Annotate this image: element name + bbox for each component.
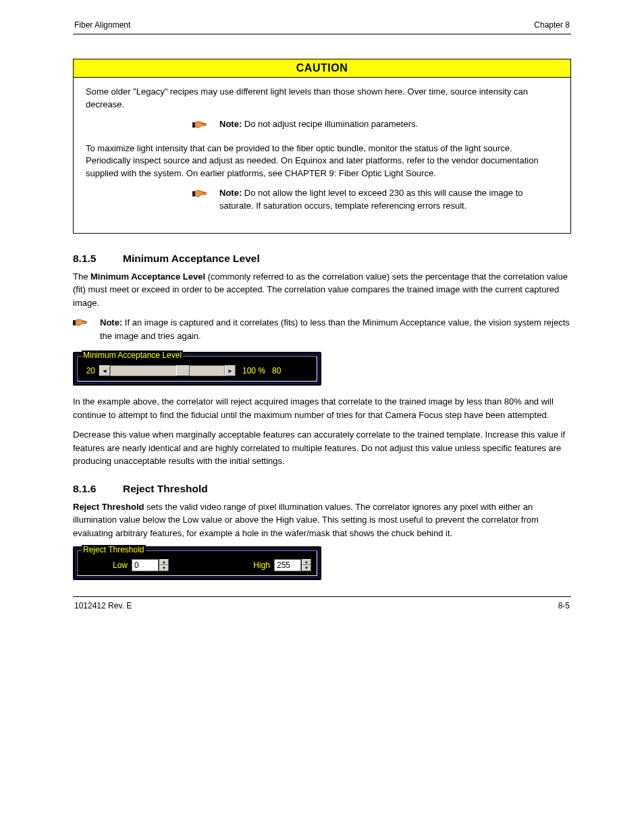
mal-track[interactable] [110, 365, 225, 376]
rt-legend: Reject Threshold [82, 545, 146, 554]
section-title-text: Reject Threshold [123, 483, 208, 495]
header-right: Chapter 8 [534, 20, 570, 30]
note-text: If an image is captured and it correlate… [100, 317, 570, 341]
rt-p1: Reject Threshold sets the valid video ra… [73, 500, 571, 540]
section-title-text: Minimum Acceptance Level [123, 253, 260, 265]
pointing-hand-icon [192, 188, 213, 203]
rt-low-input[interactable] [132, 559, 159, 571]
footer-left: 1012412 Rev. E [74, 601, 132, 610]
rt-high-input[interactable] [274, 559, 301, 571]
section-rt-heading: 8.1.6 Reject Threshold [73, 483, 571, 495]
mal-percent-label: 100 % [242, 366, 265, 375]
note-label: Note: [219, 119, 244, 129]
scroll-left-arrow-icon[interactable]: ◄ [99, 365, 110, 376]
caution-box: CAUTION Some older "Legacy" recipes may … [73, 59, 571, 234]
caution-p2: To maximize light intensity that can be … [86, 142, 558, 181]
caution-note-1: Note: Do not adjust recipe illumination … [86, 118, 558, 134]
mal-after-p2: Decrease this value when marginally acce… [73, 428, 571, 468]
rt-low-label: Low [113, 561, 128, 570]
spin-up-icon[interactable]: ▲ [159, 559, 169, 565]
pointing-hand-icon [192, 120, 213, 134]
section-mal-heading: 8.1.5 Minimum Acceptance Level [73, 253, 571, 265]
reject-threshold-widget: Reject Threshold Low ▲ ▼ High [73, 546, 321, 580]
svg-rect-1 [192, 191, 195, 197]
rt-high-label: High [253, 561, 270, 570]
spin-down-icon[interactable]: ▼ [302, 565, 311, 571]
caution-p1: Some older "Legacy" recipes may use diff… [86, 86, 558, 111]
header-left: Fiber Alignment [74, 20, 130, 30]
mal-min-label: 20 [80, 366, 95, 375]
note-text: Do not adjust recipe illumination parame… [244, 119, 418, 129]
note-text: Do not allow the light level to exceed 2… [219, 188, 522, 211]
mal-current-value: 80 [272, 366, 281, 375]
section-number: 8.1.6 [73, 483, 107, 495]
svg-rect-2 [73, 320, 76, 325]
spin-down-icon[interactable]: ▼ [159, 565, 169, 571]
footer-right: 8-5 [558, 601, 570, 610]
scroll-right-arrow-icon[interactable]: ► [225, 365, 236, 376]
mal-legend: Minimum Acceptance Level [82, 350, 183, 360]
page-footer: 1012412 Rev. E 8-5 [73, 597, 571, 610]
page-header: Fiber Alignment Chapter 8 [73, 20, 571, 30]
note-label: Note: [100, 317, 125, 328]
min-acceptance-widget: Minimum Acceptance Level 20 ◄ ► 100 % 80 [73, 352, 321, 386]
mal-scrollbar[interactable]: ◄ ► [99, 365, 236, 377]
spin-up-icon[interactable]: ▲ [302, 559, 311, 565]
section-number: 8.1.5 [73, 253, 107, 265]
pointing-hand-icon [73, 317, 93, 330]
rt-high-field: High ▲ ▼ [253, 559, 311, 571]
header-rule [73, 34, 571, 34]
note-label: Note: [219, 188, 244, 198]
mal-thumb[interactable] [176, 365, 190, 376]
mal-note: Note: If an image is captured and it cor… [73, 316, 571, 342]
caution-title: CAUTION [74, 59, 570, 78]
mal-after-p1: In the example above, the correlator wil… [73, 395, 571, 421]
mal-p1: The Minimum Acceptance Level (commonly r… [73, 270, 571, 310]
svg-rect-0 [192, 122, 195, 128]
caution-note-2: Note: Do not allow the light level to ex… [86, 187, 558, 213]
rt-low-field: Low ▲ ▼ [113, 559, 169, 571]
